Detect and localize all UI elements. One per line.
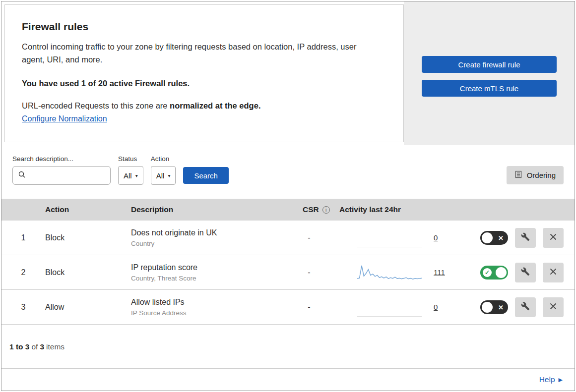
search-input[interactable] [26, 171, 105, 180]
search-button[interactable]: Search [183, 167, 229, 184]
rule-description: Does not originate in UK [131, 228, 294, 237]
filter-bar: Search description... Status All ▾ Actio… [1, 145, 575, 199]
normalization-bold-text: normalized at the edge. [170, 101, 260, 110]
table-header-row: Action Description CSR i Activity last 2… [1, 199, 575, 221]
ordering-button-label: Ordering [527, 171, 556, 179]
rule-activity-cell: 0 [339, 298, 462, 317]
configure-normalization-link[interactable]: Configure Normalization [22, 114, 107, 123]
normalization-note: URL-encoded Requests to this zone are no… [22, 101, 386, 111]
close-icon [549, 302, 557, 312]
create-firewall-rule-button[interactable]: Create firewall rule [422, 56, 557, 73]
rule-action: Block [45, 268, 131, 277]
table-summary: 1 to 3of3items [1, 325, 575, 361]
rule-description-cell: Does not originate in UK Country [131, 228, 294, 247]
search-group: Search description... [12, 155, 111, 185]
firewall-rules-page: Firewall rules Control incoming traffic … [1, 1, 575, 391]
page-description: Control incoming traffic to your zone by… [22, 41, 379, 66]
edit-rule-button[interactable] [515, 228, 536, 248]
normalization-text: URL-encoded Requests to this zone are [22, 101, 170, 110]
table-row: 1 Block Does not originate in UK Country… [1, 221, 575, 255]
chevron-down-icon: ▾ [168, 173, 170, 178]
rule-controls: ✕ [462, 297, 575, 317]
close-icon [549, 268, 557, 277]
rule-description: Allow listed IPs [131, 298, 294, 307]
rule-priority: 1 [1, 233, 45, 242]
rule-priority: 3 [1, 303, 45, 312]
x-icon: ✕ [498, 303, 504, 311]
edit-rule-button[interactable] [515, 297, 536, 317]
rule-controls: ✕ [462, 228, 575, 248]
search-box [12, 166, 111, 185]
info-icon[interactable]: i [322, 206, 330, 214]
activity-sparkline [357, 263, 422, 282]
create-mtls-rule-button[interactable]: Create mTLS rule [422, 80, 557, 97]
status-select[interactable]: All ▾ [118, 166, 143, 185]
rule-activity-cell: 0 [339, 228, 462, 247]
rule-csr-value: - [294, 233, 339, 242]
top-section: Firewall rules Control incoming traffic … [1, 1, 575, 145]
wrench-icon [521, 302, 530, 312]
x-icon: ✕ [498, 234, 504, 241]
rule-controls: ✓ [462, 263, 575, 282]
toggle-knob [482, 232, 493, 243]
ordering-list-icon [514, 170, 522, 180]
arrow-right-icon: ▶ [559, 377, 563, 383]
rule-priority: 2 [1, 268, 45, 277]
rule-activity-count[interactable]: 0 [434, 233, 438, 242]
rule-criteria: Country [131, 240, 294, 247]
help-bar: Help ▶ [1, 368, 575, 391]
rule-description-cell: Allow listed IPs IP Source Address [131, 298, 294, 317]
status-selected-value: All [124, 171, 132, 180]
header-csr-column: CSR i [294, 205, 339, 214]
toggle-knob [496, 267, 507, 278]
rule-csr-value: - [294, 303, 339, 312]
summary-total: 3 [40, 342, 44, 351]
rules-table: Action Description CSR i Activity last 2… [1, 199, 575, 361]
rule-description: IP reputation score [131, 263, 294, 272]
delete-rule-button[interactable] [543, 228, 564, 248]
search-label: Search description... [12, 155, 111, 163]
check-icon: ✓ [483, 268, 492, 277]
rule-criteria: Country, Threat Score [131, 275, 294, 282]
rule-activity-count[interactable]: 111 [434, 268, 445, 277]
edit-rule-button[interactable] [515, 263, 536, 282]
rule-activity-count[interactable]: 0 [434, 303, 438, 311]
csr-header-label: CSR [303, 205, 319, 214]
table-row: 3 Allow Allow listed IPs IP Source Addre… [1, 290, 575, 325]
page-title: Firewall rules [22, 21, 386, 33]
help-link[interactable]: Help ▶ [539, 375, 563, 384]
header-action-column: Action [45, 205, 131, 214]
summary-of: of [31, 342, 38, 351]
rule-enabled-toggle[interactable]: ✕ [480, 231, 508, 245]
activity-sparkline-empty [357, 298, 422, 317]
table-row: 2 Block IP reputation score Country, Thr… [1, 255, 575, 290]
close-icon [549, 233, 557, 242]
rule-description-cell: IP reputation score Country, Threat Scor… [131, 263, 294, 282]
ordering-button[interactable]: Ordering [507, 166, 564, 184]
status-label: Status [118, 155, 143, 163]
usage-summary: You have used 1 of 20 active Firewall ru… [22, 79, 386, 88]
rule-activity-cell: 111 [339, 263, 462, 282]
rule-enabled-toggle[interactable]: ✓ [480, 266, 508, 280]
chevron-down-icon: ▾ [135, 173, 138, 178]
delete-rule-button[interactable] [543, 263, 564, 282]
rule-action: Allow [45, 303, 131, 312]
action-filter-group: Action All ▾ [151, 155, 176, 185]
action-selected-value: All [156, 171, 165, 180]
delete-rule-button[interactable] [543, 297, 564, 317]
rule-enabled-toggle[interactable]: ✕ [480, 300, 508, 314]
rule-action: Block [45, 233, 131, 242]
action-label: Action [151, 155, 176, 163]
rule-csr-value: - [294, 268, 339, 277]
toggle-knob [482, 302, 493, 313]
wrench-icon [521, 232, 530, 243]
actions-panel: Create firewall rule Create mTLS rule [404, 1, 575, 145]
action-select[interactable]: All ▾ [151, 166, 176, 185]
header-description-column: Description [131, 205, 294, 214]
intro-card: Firewall rules Control incoming traffic … [4, 4, 404, 142]
wrench-icon [521, 267, 530, 278]
status-filter-group: Status All ▾ [118, 155, 143, 185]
summary-range: 1 to 3 [9, 342, 29, 351]
activity-sparkline-empty [357, 228, 422, 247]
help-link-label: Help [539, 375, 555, 384]
